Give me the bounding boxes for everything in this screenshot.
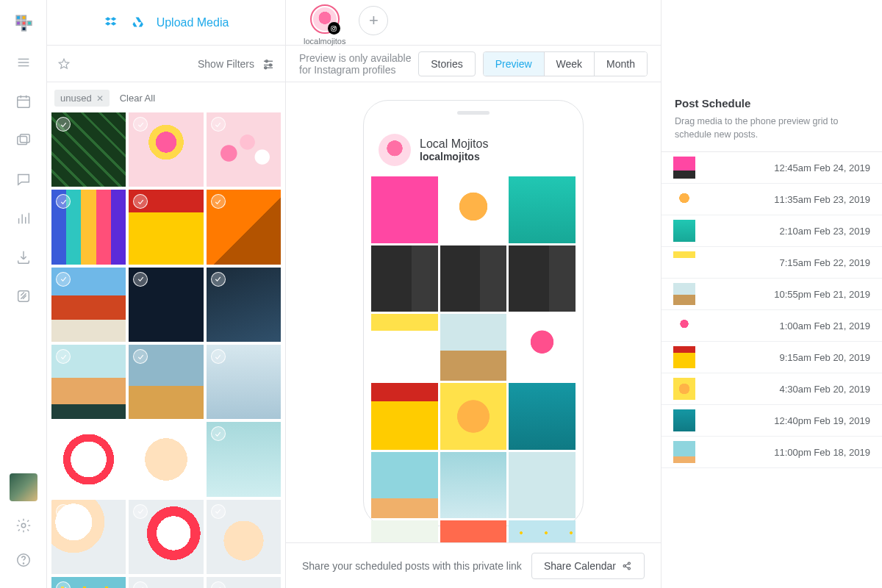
schedule-thumbnail: [673, 346, 695, 368]
share-calendar-button[interactable]: Share Calendar: [531, 553, 645, 579]
feed-cell[interactable]: [509, 452, 576, 519]
instagram-feed-grid[interactable]: [371, 176, 576, 542]
phone-mock: Local Mojitos localmojitos: [363, 100, 584, 526]
feed-cell[interactable]: [371, 452, 438, 519]
check-icon: [211, 272, 226, 287]
favorite-icon[interactable]: [57, 57, 71, 71]
media-thumbnail[interactable]: [129, 422, 203, 496]
schedule-time: 12:40pm Feb 19, 2019: [774, 415, 870, 426]
media-thumbnail[interactable]: [129, 345, 203, 419]
tab-month[interactable]: Month: [594, 52, 647, 76]
clear-all-button[interactable]: Clear All: [120, 93, 155, 104]
help-icon[interactable]: [15, 552, 32, 570]
calendar-icon[interactable]: [15, 93, 32, 112]
schedule-item[interactable]: 12:40pm Feb 19, 2019: [662, 405, 882, 437]
app-logo: [14, 13, 33, 32]
feed-cell[interactable]: [440, 520, 507, 542]
media-thumbnail[interactable]: [207, 345, 281, 419]
dropbox-icon[interactable]: [104, 15, 120, 31]
media-thumbnail[interactable]: [51, 577, 126, 588]
profile-chip[interactable]: localmojitos: [304, 4, 345, 46]
media-thumbnail[interactable]: [51, 190, 126, 264]
schedule-item[interactable]: 11:00pm Feb 18, 2019: [662, 437, 882, 468]
svg-rect-3: [21, 21, 25, 25]
feed-cell[interactable]: [509, 383, 576, 450]
media-thumbnail[interactable]: [129, 190, 203, 264]
feed-cell[interactable]: [440, 452, 507, 519]
schedule-thumbnail: [673, 441, 695, 463]
filters-icon[interactable]: [262, 57, 275, 71]
feed-cell[interactable]: [440, 314, 507, 381]
stories-button[interactable]: Stories: [418, 51, 476, 76]
schedule-time: 4:30am Feb 20, 2019: [779, 384, 870, 395]
media-thumbnail[interactable]: [51, 500, 126, 574]
schedule-thumbnail: [673, 409, 695, 431]
schedule-item[interactable]: 9:15am Feb 20, 2019: [662, 342, 882, 373]
svg-rect-0: [16, 15, 20, 19]
feed-cell[interactable]: [440, 245, 507, 312]
menu-icon[interactable]: [15, 54, 32, 73]
check-icon: [133, 194, 148, 209]
svg-point-20: [21, 523, 26, 528]
schedule-item[interactable]: 12:45am Feb 24, 2019: [662, 152, 882, 184]
schedule-item[interactable]: 11:35am Feb 23, 2019: [662, 184, 882, 215]
check-icon: [211, 349, 226, 364]
upload-media-button[interactable]: Upload Media: [157, 16, 229, 29]
profile-display-name: Local Mojitos: [420, 137, 488, 151]
schedule-thumbnail: [673, 188, 695, 210]
feed-cell[interactable]: [371, 245, 438, 312]
media-thumbnail[interactable]: [51, 345, 126, 419]
media-thumbnail[interactable]: [51, 422, 126, 496]
schedule-item[interactable]: 10:55pm Feb 21, 2019: [662, 279, 882, 310]
profile-avatar: [379, 134, 411, 166]
show-filters-button[interactable]: Show Filters: [198, 58, 254, 70]
media-thumbnail[interactable]: [51, 268, 126, 342]
tab-preview[interactable]: Preview: [484, 52, 544, 76]
analytics-icon[interactable]: [15, 210, 32, 229]
schedule-thumbnail: [673, 220, 695, 242]
media-thumbnail[interactable]: [207, 500, 281, 574]
media-thumbnail[interactable]: [207, 422, 281, 496]
conversations-icon[interactable]: [15, 171, 32, 190]
feed-cell[interactable]: [440, 176, 507, 243]
media-thumbnail[interactable]: [129, 112, 203, 187]
feed-cell[interactable]: [509, 314, 576, 381]
download-icon[interactable]: [15, 249, 32, 268]
filter-tag-unused[interactable]: unused✕: [54, 90, 110, 107]
media-library-icon[interactable]: [15, 132, 32, 151]
media-thumbnail[interactable]: [129, 268, 203, 342]
svg-point-31: [335, 26, 336, 27]
schedule-item[interactable]: 7:15am Feb 22, 2019: [662, 247, 882, 279]
schedule-item[interactable]: 2:10am Feb 23, 2019: [662, 215, 882, 247]
feed-cell[interactable]: [509, 245, 576, 312]
schedule-item[interactable]: 4:30am Feb 20, 2019: [662, 373, 882, 405]
media-thumbnail[interactable]: [207, 112, 281, 187]
media-thumbnail[interactable]: [207, 268, 281, 342]
preview-panel: localmojitos + Preview is only available…: [286, 0, 662, 588]
media-thumbnail[interactable]: [207, 190, 281, 264]
feed-cell[interactable]: [371, 520, 438, 542]
settings-icon[interactable]: [15, 517, 32, 536]
preview-notice: Preview is only available for Instagram …: [299, 52, 418, 76]
check-icon: [211, 426, 226, 441]
svg-rect-1: [21, 15, 25, 19]
close-icon[interactable]: ✕: [96, 93, 104, 104]
feed-cell[interactable]: [371, 314, 438, 381]
feed-cell[interactable]: [371, 176, 438, 243]
media-thumbnail[interactable]: [129, 577, 203, 588]
media-thumbnail[interactable]: [129, 500, 203, 574]
feed-cell[interactable]: [509, 176, 576, 243]
check-icon: [56, 426, 71, 441]
feed-cell[interactable]: [509, 520, 576, 542]
linkinbio-icon[interactable]: [15, 288, 32, 306]
tab-week[interactable]: Week: [544, 52, 595, 76]
schedule-item[interactable]: 1:00am Feb 21, 2019: [662, 310, 882, 342]
add-profile-button[interactable]: +: [359, 6, 388, 35]
media-thumbnail[interactable]: [207, 577, 281, 588]
feed-cell[interactable]: [440, 383, 507, 450]
user-avatar[interactable]: [10, 473, 37, 501]
schedule-thumbnail: [673, 378, 695, 400]
google-drive-icon[interactable]: [130, 15, 146, 31]
feed-cell[interactable]: [371, 383, 438, 450]
media-thumbnail[interactable]: [51, 112, 126, 187]
